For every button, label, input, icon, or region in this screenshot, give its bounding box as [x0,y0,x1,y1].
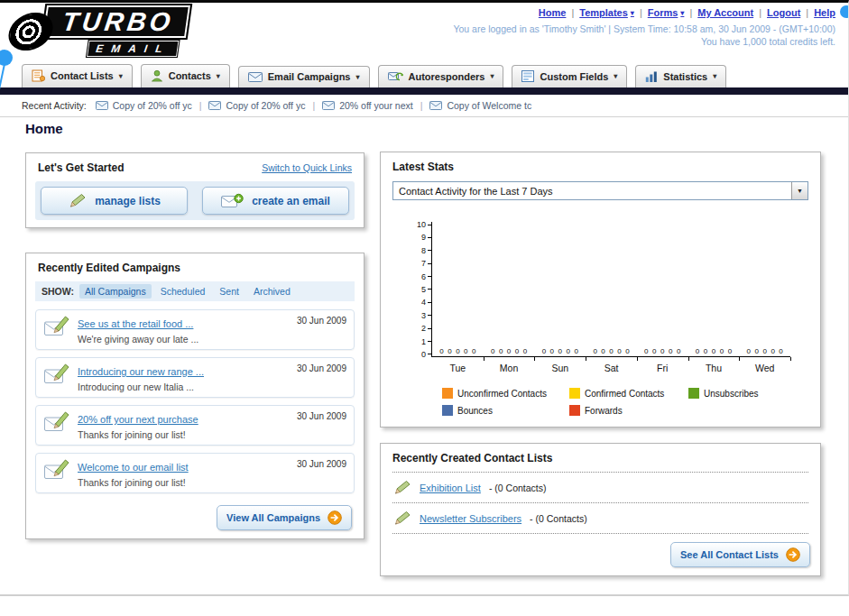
chart-value-labels: 00000 [747,347,783,355]
value-label: 0 [696,347,699,355]
pencil-icon [392,510,411,526]
see-all-contact-lists-button[interactable]: See All Contact Lists [670,542,810,567]
chart-value-labels: 00000 [644,347,680,355]
chart-group: 00000Sun [534,222,586,356]
legend-item: Unconfirmed Contacts [442,388,569,399]
chevron-down-icon: ▾ [631,9,634,17]
value-label: 0 [574,347,577,355]
value-label: 0 [747,347,751,355]
campaign-title-link[interactable]: 20% off your next purchase [78,414,198,425]
chevron-down-icon: ▾ [217,72,220,80]
x-axis-label: Fri [657,363,668,373]
logo-title: TURBO [42,5,190,38]
chevron-down-icon: ▾ [614,72,617,80]
y-tick: 3 [421,313,431,318]
latest-stats-header: Latest Stats [381,152,820,180]
contact-list-count: - (0 Contacts) [489,483,547,493]
envelope-icon [322,101,335,110]
custom-fields-icon [521,70,534,82]
top-link-templates[interactable]: Templates▾ [579,7,634,18]
legend-label: Forwards [585,406,623,416]
contact-activity-chart: 109876543210 00000Tue00000Mon00000Sun000… [413,222,820,357]
main-nav: Contact Lists▾Contacts▾Email Campaigns▾A… [0,60,848,87]
top-link-home[interactable]: Home [539,7,567,18]
nav-tab-contact-lists[interactable]: Contact Lists▾ [22,64,133,87]
arrow-circle-icon [328,510,342,525]
envelope-pencil-icon [43,410,70,433]
recent-activity-item[interactable]: Copy of Welcome tc [429,100,531,111]
chart-value-labels: 00000 [439,347,475,355]
nav-tab-statistics[interactable]: Statistics▾ [635,65,726,87]
nav-tab-contacts[interactable]: Contacts▾ [141,64,230,87]
tab-all-campaigns[interactable]: All Campaigns [79,284,152,299]
campaign-subtitle: Thanks for joining our list! [78,429,290,440]
recent-activity-item-label: 20% off your next [339,100,413,111]
legend-label: Unconfirmed Contacts [457,389,547,399]
legend-item: Forwards [569,405,688,416]
session-status: You are logged in as 'Timothy Smith' | S… [453,23,835,48]
get-started-title: Let's Get Started [38,161,125,174]
campaign-title-link[interactable]: See us at the retail food ... [78,318,193,329]
create-an-email-button[interactable]: create an email [202,187,349,215]
pencil-icon [392,480,411,495]
recent-activity-item-label: Copy of 20% off yc [113,100,192,111]
value-label: 0 [499,347,503,355]
legend-swatch [569,405,580,416]
recent-activity-heading: Recent Activity: [22,100,87,111]
value-label: 0 [779,347,782,355]
chart-group: 00000Fri [637,222,688,356]
annotation-dot-right [840,5,849,18]
legend-item: Unsubscribes [688,388,820,399]
campaign-date: 30 Jun 2009 [297,410,346,421]
recent-activity-item[interactable]: Copy of 20% off yc [208,100,305,111]
contact-lists-panel: Recently Created Contact Lists Exhibitio… [380,443,821,576]
nav-tab-autoresponders[interactable]: Autoresponders▾ [378,65,504,87]
chevron-down-icon: ▾ [680,9,684,17]
value-label: 0 [652,347,656,355]
turbo-email-logo[interactable]: TURBO EMAIL [9,5,187,57]
arrow-circle-icon [786,547,800,562]
chart-group: 00000Tue [432,222,484,356]
chart-group: 00000Wed [739,222,790,356]
tab-scheduled[interactable]: Scheduled [155,284,211,299]
chart-value-labels: 00000 [542,347,578,355]
legend-label: Bounces [457,406,493,416]
y-tick-label: 7 [421,261,426,266]
autoresponders-icon [388,70,403,82]
campaign-title-link[interactable]: Introducing our new range ... [78,366,204,377]
separator: | [571,7,574,18]
value-label: 0 [567,347,570,355]
nav-tab-email-campaigns[interactable]: Email Campaigns▾ [238,66,370,87]
top-link-forms[interactable]: Forms▾ [648,7,685,18]
top-link-my-account[interactable]: My Account [697,7,753,18]
chevron-down-icon: ▾ [119,72,123,80]
legend-item: Bounces [442,405,569,416]
top-link-logout[interactable]: Logout [767,7,800,18]
manage-lists-button[interactable]: manage lists [41,187,188,215]
value-label: 0 [771,347,774,355]
header: TURBO EMAIL Home|Templates▾|Forms▾|My Ac… [0,3,848,60]
value-label: 0 [762,347,766,355]
top-link-help[interactable]: Help [814,7,835,18]
view-all-campaigns-button[interactable]: View All Campaigns [217,505,352,530]
tab-sent[interactable]: Sent [214,284,245,299]
campaigns-header: Recently Edited Campaigns [26,253,364,281]
contact-list-link[interactable]: Exhibition List [420,483,481,493]
recent-activity-item[interactable]: Copy of 20% off yc [96,100,192,111]
chevron-down-icon: ▾ [713,72,716,80]
value-label: 0 [472,347,475,355]
campaign-title-link[interactable]: Welcome to our email list [78,462,189,473]
switch-quick-links-link[interactable]: Switch to Quick Links [262,162,352,173]
recent-activity-item[interactable]: 20% off your next [322,100,413,111]
y-tick: 7 [421,261,431,266]
contact-list-link[interactable]: Newsletter Subscribers [420,513,521,524]
y-tick-label: 3 [421,313,426,318]
tab-archived[interactable]: Archived [248,284,296,299]
campaign-date: 30 Jun 2009 [297,363,346,373]
stats-period-select[interactable]: Contact Activity for the Last 7 Days ▼ [392,181,808,200]
nav-tab-custom-fields[interactable]: Custom Fields▾ [512,65,627,87]
campaign-text: Introducing our new range ...Introducing… [78,363,290,392]
contacts-icon [151,69,163,82]
status-line-2: You have 1,000 total credits left. [453,35,835,48]
view-all-campaigns-label: View All Campaigns [226,512,320,523]
